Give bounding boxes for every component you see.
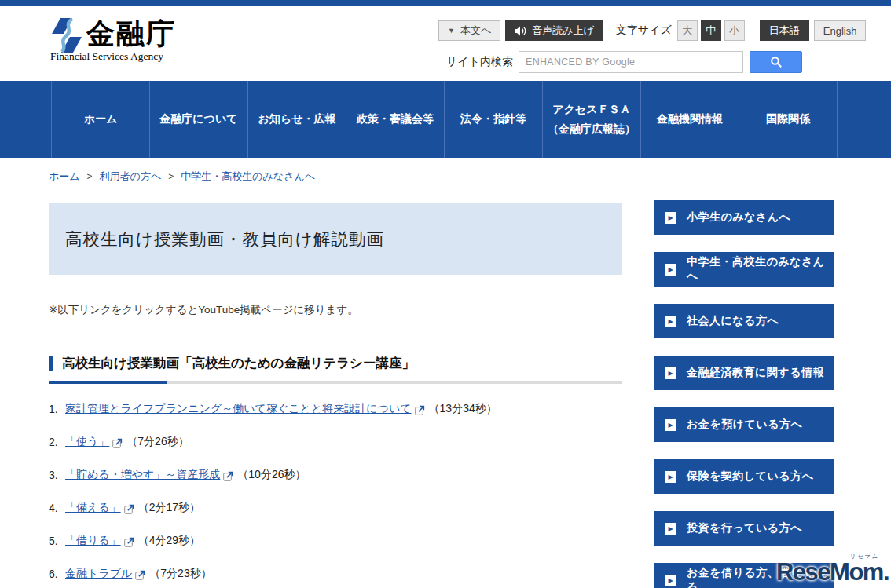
play-icon: ▶ (665, 471, 676, 483)
video-link[interactable]: 「貯める・増やす」～資産形成 (65, 468, 220, 482)
font-size-button[interactable]: 大 (677, 20, 698, 41)
site-search-label: サイト内検索 (446, 55, 519, 69)
fsa-logo[interactable]: 金融庁 Financial Services Agency (50, 17, 176, 63)
play-icon: ▶ (665, 264, 676, 276)
play-icon: ▶ (665, 419, 676, 431)
video-list: 1.家計管理とライフプランニング～働いて稼ぐことと将来設計について（13分34秒… (49, 403, 622, 581)
section-divider-accent (49, 381, 167, 384)
sidebar-button-label: 投資を行っている方へ (687, 521, 802, 535)
page-title: 高校生向け授業動画・教員向け解説動画 (65, 228, 384, 250)
site-search: サイト内検索 (446, 51, 802, 73)
skip-to-content-label: 本文へ (460, 24, 491, 38)
play-icon: ▶ (665, 575, 676, 586)
nav-item[interactable]: 金融庁について (150, 81, 248, 158)
video-link[interactable]: 「借りる」 (65, 534, 121, 548)
video-number: 2. (49, 436, 65, 448)
video-number: 1. (49, 403, 65, 415)
nav-spacer (0, 81, 52, 158)
video-duration: （13分34秒） (429, 402, 497, 416)
search-icon (770, 56, 783, 68)
sidebar-button[interactable]: ▶社会人になる方へ (654, 304, 834, 338)
external-link-icon (124, 504, 134, 514)
site-header: 金融庁 Financial Services Agency ▼ 本文へ 音声読み… (0, 6, 891, 81)
video-duration: （7分23秒） (149, 567, 211, 581)
breadcrumb: ホーム>利用者の方へ>中学生・高校生のみなさんへ (49, 170, 622, 184)
video-link[interactable]: 「使う」 (65, 435, 109, 449)
video-link[interactable]: 家計管理とライフプランニング～働いて稼ぐことと将来設計について (65, 402, 412, 416)
font-size-label: 文字サイズ (616, 24, 672, 38)
nav-item[interactable]: 政策・審議会等 (346, 81, 445, 158)
text-to-speech-button[interactable]: 音声読み上げ (505, 20, 603, 41)
video-number: 4. (49, 502, 65, 514)
sidebar-button-label: 金融経済教育に関する情報 (687, 366, 824, 380)
nav-item[interactable]: 金融機関情報 (641, 81, 739, 158)
video-link[interactable]: 金融トラブル (65, 567, 132, 581)
watermark: リセマム ReseMom. (776, 558, 889, 586)
top-accent-strip (0, 0, 891, 6)
sidebar-button-label: 中学生・高校生のみなさんへ (687, 255, 834, 283)
search-input[interactable] (519, 51, 743, 73)
font-size-options: 大中小 (674, 20, 745, 41)
sidebar-button[interactable]: ▶お金を預けている方へ (654, 407, 834, 442)
font-size-button[interactable]: 中 (701, 20, 721, 41)
breadcrumb-link[interactable]: ホーム (49, 170, 80, 182)
video-number: 3. (49, 469, 65, 481)
video-link[interactable]: 「備える」 (65, 501, 121, 515)
watermark-text: ReseMom. (776, 558, 889, 586)
main-nav: ホーム金融庁についてお知らせ・広報政策・審議会等法令・指針等アクセスＦＳＡ （金… (0, 81, 891, 158)
watermark-ruby: リセマム (850, 553, 879, 561)
nav-item[interactable]: ホーム (52, 81, 150, 158)
video-list-item: 4.「備える」（2分17秒） (49, 502, 622, 515)
video-number: 5. (49, 535, 65, 547)
section-divider (49, 381, 622, 384)
section-title: 高校生向け授業動画「高校生のための金融リテラシー講座」 (49, 356, 622, 371)
language-button[interactable]: 日本語 (760, 20, 809, 41)
nav-items: ホーム金融庁についてお知らせ・広報政策・審議会等法令・指針等アクセスＦＳＡ （金… (52, 81, 838, 158)
sidebar-button-label: 小学生のみなさんへ (687, 210, 790, 225)
external-link-icon (124, 537, 134, 547)
sidebar-button[interactable]: ▶金融経済教育に関する情報 (654, 356, 834, 390)
sidebar-button-label: お金を預けている方へ (687, 418, 802, 432)
video-duration: （4分29秒） (138, 534, 200, 548)
video-list-item: 6.金融トラブル（7分23秒） (49, 568, 622, 581)
breadcrumb-link[interactable]: 中学生・高校生のみなさんへ (181, 170, 315, 182)
search-button[interactable] (750, 51, 802, 73)
play-icon: ▶ (665, 523, 676, 535)
language-switcher: 日本語English (760, 20, 867, 41)
logo-title: 金融庁 (86, 17, 176, 49)
page-title-box: 高校生向け授業動画・教員向け解説動画 (49, 203, 622, 275)
skip-to-content-button[interactable]: ▼ 本文へ (438, 20, 500, 41)
logo-subtitle: Financial Services Agency (50, 50, 176, 63)
sidebar-button[interactable]: ▶投資を行っている方へ (654, 511, 834, 546)
video-duration: （10分26秒） (237, 468, 306, 482)
video-list-item: 5.「借りる」（4分29秒） (49, 535, 622, 548)
breadcrumb-separator: > (168, 171, 174, 182)
video-number: 6. (49, 568, 65, 580)
nav-item[interactable]: 国際関係 (739, 81, 838, 158)
breadcrumb-link[interactable]: 利用者の方へ (100, 170, 162, 182)
external-link-icon (415, 405, 425, 415)
sidebar-button[interactable]: ▶小学生のみなさんへ (654, 200, 834, 235)
sidebar-button[interactable]: ▶中学生・高校生のみなさんへ (654, 252, 834, 287)
external-link-icon (135, 570, 145, 580)
main-content: ホーム>利用者の方へ>中学生・高校生のみなさんへ 高校生向け授業動画・教員向け解… (49, 158, 622, 588)
header-controls: ▼ 本文へ 音声読み上げ 文字サイズ 大中小 日本語English (438, 20, 866, 41)
nav-item[interactable]: 法令・指針等 (445, 81, 543, 158)
breadcrumb-separator: > (87, 171, 93, 182)
video-list-item: 3.「貯める・増やす」～資産形成（10分26秒） (49, 469, 622, 482)
video-duration: （7分26秒） (126, 435, 189, 449)
font-size-button[interactable]: 小 (724, 20, 745, 41)
video-list-item: 1.家計管理とライフプランニング～働いて稼ぐことと将来設計について（13分34秒… (49, 403, 622, 416)
sidebar-button[interactable]: ▶保険を契約している方へ (654, 459, 834, 494)
nav-item[interactable]: お知らせ・広報 (248, 81, 346, 158)
youtube-note: ※以下リンクをクリックするとYouTube掲載ページに移ります。 (49, 303, 622, 317)
external-link-icon (223, 471, 233, 481)
text-to-speech-label: 音声読み上げ (532, 24, 594, 38)
external-link-icon (112, 438, 123, 448)
play-icon: ▶ (665, 212, 676, 224)
language-button[interactable]: English (814, 20, 867, 41)
nav-item[interactable]: アクセスＦＳＡ （金融庁広報誌） (543, 81, 641, 158)
video-duration: （2分17秒） (138, 501, 200, 515)
sidebar-button-label: 社会人になる方へ (687, 314, 779, 328)
fsa-logo-mark (50, 17, 83, 53)
